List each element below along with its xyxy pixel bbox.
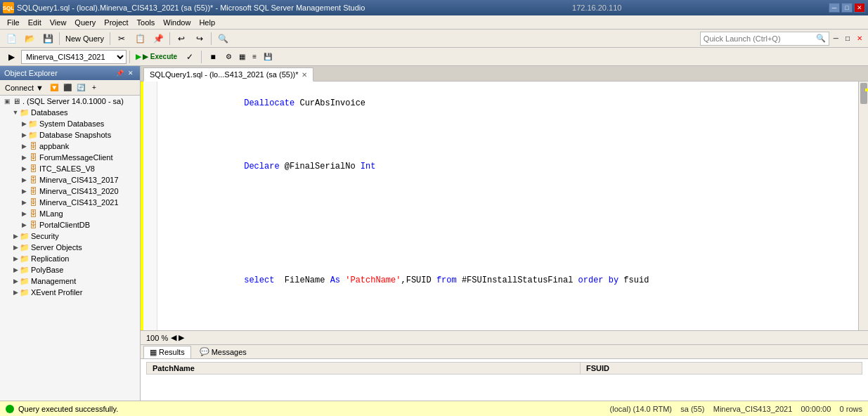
oe-connect-button[interactable]: Connect ▼: [1, 82, 47, 94]
oe-filter-button[interactable]: 🔽: [48, 82, 60, 94]
minerva2021-label: Minerva_CIS413_2021: [39, 198, 119, 207]
tree-item-forum[interactable]: ▶ 🗄 ForumMessageClient: [0, 152, 140, 163]
title-bar-controls[interactable]: ─ □ ✕: [829, 3, 865, 13]
tree-item-databases[interactable]: ▼ 📁 Databases: [0, 107, 140, 118]
minimize-studio-button[interactable]: ─: [831, 31, 841, 46]
code-editor[interactable]: Deallocate CurAbsInvoice Declare @FinalS…: [141, 82, 868, 330]
results-tab-messages[interactable]: 💬 Messages: [194, 346, 252, 358]
tree-item-db-snapshots[interactable]: ▶ 📁 Database Snapshots: [0, 129, 140, 141]
polybase-label: PolyBase: [31, 266, 63, 274]
zoom-level: 100 %: [146, 334, 168, 342]
debug-button[interactable]: ▶: [3, 49, 20, 65]
menu-edit[interactable]: Edit: [24, 17, 46, 28]
menu-tools[interactable]: Tools: [133, 17, 160, 28]
oe-pin-button[interactable]: 📌: [115, 68, 124, 78]
menu-project[interactable]: Project: [100, 17, 132, 28]
tree-item-mlang[interactable]: ▶ 🗄 MLang: [0, 208, 140, 219]
expand-icon-minerva2020: ▶: [20, 187, 28, 195]
debug-icon: ▶: [6, 51, 17, 63]
db-snapshots-label: Database Snapshots: [39, 131, 111, 139]
server-objects-icon: 📁: [20, 242, 30, 252]
save-button[interactable]: 💾: [39, 31, 56, 46]
tree-item-polybase[interactable]: ▶ 📁 PolyBase: [0, 264, 140, 275]
results-to-grid-button[interactable]: ▦: [236, 49, 248, 65]
itc-icon: 🗄: [28, 164, 38, 174]
server-ip: 172.16.20.110: [572, 4, 621, 12]
menu-query[interactable]: Query: [70, 17, 100, 28]
oe-stop-button[interactable]: ⬛: [61, 82, 74, 94]
editor-scrollbar[interactable]: [858, 82, 868, 330]
check-syntax-button[interactable]: ✓: [181, 49, 198, 65]
tree-item-appbank[interactable]: ▶ 🗄 appbank: [0, 141, 140, 152]
server-label: . (SQL Server 14.0.1000 - sa): [22, 97, 124, 105]
cut-button[interactable]: ✂: [113, 31, 130, 46]
tree-item-server-objects[interactable]: ▶ 📁 Server Objects: [0, 242, 140, 253]
title-bar: SQL SQLQuery1.sql - (local).Minerva_CIS4…: [0, 0, 868, 15]
replication-label: Replication: [31, 254, 69, 263]
search-button[interactable]: 🔍: [214, 31, 231, 46]
results-to-file-button[interactable]: 💾: [261, 49, 275, 65]
new-query-button[interactable]: New Query: [63, 31, 107, 46]
oe-close-button[interactable]: ✕: [126, 68, 136, 78]
paste-button[interactable]: 📌: [150, 31, 167, 46]
execute-button[interactable]: ▶ ▶ Execute: [133, 49, 180, 65]
menu-window[interactable]: Window: [159, 17, 195, 28]
mlang-label: MLang: [39, 209, 63, 218]
include-plan-button[interactable]: ⚙: [223, 49, 235, 65]
expand-icon-system-db: ▶: [20, 119, 28, 128]
copy-button[interactable]: 📋: [131, 31, 148, 46]
minimize-button[interactable]: ─: [829, 3, 840, 13]
tree-item-minerva2020[interactable]: ▶ 🗄 Minerva_CIS413_2020: [0, 186, 140, 197]
portal-icon: 🗄: [28, 220, 38, 230]
main-area: Object Explorer 📌 ✕ Connect ▼ 🔽 ⬛ 🔄 + ▣ …: [0, 66, 868, 401]
polybase-icon: 📁: [20, 265, 30, 275]
tree-item-itc[interactable]: ▶ 🗄 ITC_SALES_V8: [0, 163, 140, 174]
separator-1: [59, 32, 60, 45]
oe-add-button[interactable]: +: [88, 82, 101, 94]
oe-refresh-button[interactable]: 🔄: [75, 82, 87, 94]
results-to-text-button[interactable]: ≡: [250, 49, 259, 65]
restore-studio-button[interactable]: □: [843, 31, 853, 46]
tree-item-minerva2017[interactable]: ▶ 🗄 Minerva_CIS413_2017: [0, 174, 140, 186]
new-file-button[interactable]: 📄: [3, 31, 20, 46]
tree-item-server[interactable]: ▣ 🖥 . (SQL Server 14.0.1000 - sa): [0, 96, 140, 107]
stop-button[interactable]: ■: [205, 49, 221, 65]
appbank-icon: 🗄: [28, 141, 38, 151]
undo-button[interactable]: ↩: [173, 31, 190, 46]
security-icon: 📁: [20, 231, 30, 241]
tree-item-portal[interactable]: ▶ 🗄 PortalClientDB: [0, 219, 140, 230]
search-icon: 🔍: [217, 33, 228, 44]
quick-launch[interactable]: 🔍: [700, 32, 829, 46]
results-tab-icon: ▦: [150, 348, 157, 357]
scrollbar-thumb[interactable]: [860, 83, 867, 104]
tree-item-management[interactable]: ▶ 📁 Management: [0, 275, 140, 287]
results-content: PatchName FSUID: [141, 359, 868, 401]
results-tab-results[interactable]: ▦ Results: [143, 346, 191, 358]
tree-item-security[interactable]: ▶ 📁 Security: [0, 230, 140, 242]
management-label: Management: [31, 277, 76, 285]
quick-launch-input[interactable]: [704, 34, 816, 43]
paste-icon: 📌: [153, 33, 164, 44]
database-selector[interactable]: Minerva_CIS413_2021: [21, 50, 127, 64]
tree-item-system-db[interactable]: ▶ 📁 System Databases: [0, 118, 140, 129]
menu-file[interactable]: File: [3, 17, 24, 28]
code-content[interactable]: Deallocate CurAbsInvoice Declare @FinalS…: [157, 82, 858, 330]
tab-bar: SQLQuery1.sql - (lo...S413_2021 (sa (55)…: [141, 66, 868, 82]
tree-item-minerva2021[interactable]: ▶ 🗄 Minerva_CIS413_2021: [0, 197, 140, 208]
tree-item-xevent[interactable]: ▶ 📁 XEvent Profiler: [0, 287, 140, 298]
redo-button[interactable]: ↪: [191, 31, 208, 46]
maximize-button[interactable]: □: [841, 3, 853, 13]
system-db-icon: 📁: [28, 119, 38, 129]
open-button[interactable]: 📂: [21, 31, 38, 46]
tab-close-1[interactable]: ✕: [302, 71, 307, 79]
title-bar-left: SQL SQLQuery1.sql - (local).Minerva_CIS4…: [3, 2, 365, 13]
results-pane: ▦ Results 💬 Messages PatchName FSUID: [141, 344, 868, 401]
results-tabs: ▦ Results 💬 Messages: [141, 345, 868, 359]
query-tab-1[interactable]: SQLQuery1.sql - (lo...S413_2021 (sa (55)…: [143, 67, 313, 82]
separator-4: [211, 32, 212, 45]
menu-view[interactable]: View: [46, 17, 71, 28]
close-button[interactable]: ✕: [854, 3, 865, 13]
menu-help[interactable]: Help: [195, 17, 219, 28]
close-studio-button[interactable]: ✕: [854, 31, 865, 46]
tree-item-replication[interactable]: ▶ 📁 Replication: [0, 253, 140, 264]
